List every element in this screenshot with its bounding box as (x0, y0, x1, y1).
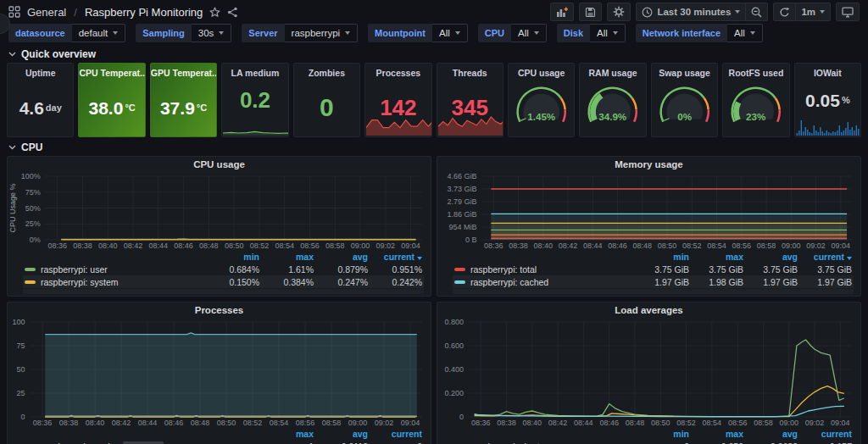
gear-icon (613, 6, 625, 18)
panel-title[interactable]: Threads (437, 68, 503, 78)
panel-title[interactable]: IOWait (795, 68, 860, 78)
add-panel-button[interactable] (550, 3, 574, 21)
svg-text:08:42: 08:42 (112, 419, 131, 427)
dashboard-settings-button[interactable] (607, 3, 631, 21)
svg-text:08:44: 08:44 (149, 241, 169, 250)
variable-value-dropdown[interactable]: raspberrypi (285, 24, 359, 42)
svg-text:08:36: 08:36 (471, 419, 491, 427)
legend-sort-min[interactable]: min (637, 251, 691, 263)
legend-sort-max[interactable]: max (261, 251, 315, 263)
legend-sort-current[interactable]: current (370, 428, 424, 440)
share-icon[interactable] (227, 7, 238, 18)
variable-value-dropdown[interactable]: All (511, 24, 547, 42)
variable-value-dropdown[interactable]: All (727, 24, 763, 42)
legend-sort-avg[interactable]: avg (745, 428, 799, 440)
panel-title[interactable]: Zombies (294, 68, 359, 78)
panel-title[interactable]: Processes (8, 302, 431, 316)
refresh-button[interactable] (773, 3, 796, 21)
panel-title[interactable]: CPU Temperat... (79, 68, 144, 78)
variable-value-dropdown[interactable]: 30s (192, 24, 232, 42)
gauge: 34.9% (580, 83, 645, 132)
star-icon[interactable] (209, 7, 220, 18)
legend-sort-current[interactable]: current (799, 428, 854, 440)
legend-sort-max[interactable]: max (261, 428, 315, 440)
legend-series-label[interactable]: raspberrypi: system (23, 275, 207, 288)
svg-text:08:50: 08:50 (225, 241, 244, 250)
series-color-dash[interactable] (454, 280, 465, 284)
zoom-out-time-button[interactable] (746, 3, 768, 21)
panel-title[interactable]: LA medium (222, 68, 287, 78)
series-color-dash[interactable] (25, 280, 36, 284)
legend-value: 1.97 GiB (799, 275, 854, 288)
series-color-dash[interactable] (454, 268, 465, 271)
legend-row-clipped (453, 289, 854, 294)
sparkline (796, 117, 860, 136)
legend-sort-current[interactable]: current (370, 251, 424, 263)
cpu-usage-plot[interactable]: 0%25%50%75%100%08:3608:3808:4008:4208:44… (8, 170, 431, 251)
panel-title[interactable]: CPU usage (509, 68, 574, 78)
svg-text:08:56: 08:56 (728, 419, 748, 427)
section-header-cpu[interactable]: CPU (0, 141, 868, 156)
stat-panel-swap-usage: Swap usage0% (651, 63, 718, 137)
panel-title[interactable]: Swap usage (652, 68, 717, 78)
clock-icon (642, 7, 653, 18)
legend-sort-min[interactable]: min (637, 428, 691, 440)
svg-text:08:38: 08:38 (59, 419, 79, 427)
panel-title[interactable]: Processes (365, 68, 431, 78)
panel-title[interactable]: CPU usage (8, 157, 431, 170)
svg-text:08:46: 08:46 (174, 241, 193, 250)
legend-sort-current[interactable]: current (799, 251, 854, 263)
panel-title[interactable]: Memory usage (437, 157, 860, 170)
panel-title[interactable]: RootFS used (723, 68, 788, 78)
svg-text:08:52: 08:52 (676, 419, 696, 427)
refresh-interval-picker[interactable]: 1m (796, 3, 831, 21)
stat-unit: °C (197, 103, 207, 113)
chevron-down-icon (750, 31, 755, 35)
legend-sort-min[interactable]: min (207, 251, 261, 263)
legend-series-label[interactable]: raspberrypi: cached (453, 275, 637, 288)
panel-load-averages: Load averages 00.2000.4000.6000.80008:36… (437, 302, 861, 444)
legend-sort-avg[interactable]: avg (745, 251, 799, 263)
legend-value: 0.247% (315, 275, 370, 288)
variable-label: Disk (557, 24, 590, 42)
load-averages-plot[interactable]: 00.2000.4000.6000.80008:3608:3808:4008:4… (437, 316, 860, 428)
stat-value-area: 0 (294, 79, 359, 136)
legend-sort-avg[interactable]: avg (315, 251, 370, 263)
dashboards-grid-icon[interactable] (8, 6, 20, 18)
svg-text:09:04: 09:04 (832, 241, 851, 250)
series-color-dash[interactable] (25, 268, 36, 271)
svg-text:08:58: 08:58 (754, 419, 773, 427)
panel-title[interactable]: GPU Temperat... (151, 68, 216, 78)
legend-sort-avg[interactable]: avg (315, 428, 370, 440)
save-dashboard-button[interactable] (579, 3, 602, 21)
processes-plot[interactable]: 025507510008:3608:3808:4008:4208:4408:46… (8, 316, 431, 428)
svg-text:08:52: 08:52 (682, 241, 702, 250)
legend-value: 0.242% (370, 275, 424, 288)
panel-title[interactable]: Uptime (8, 68, 73, 78)
variable-value-dropdown[interactable]: default (72, 24, 126, 42)
panel-title[interactable]: Load averages (437, 302, 860, 316)
legend-series-label[interactable]: raspberrypi: user (23, 263, 207, 275)
kiosk-mode-button[interactable] (836, 3, 860, 21)
chevron-down-icon (613, 31, 618, 35)
legend-sort-max[interactable]: max (691, 428, 745, 440)
variable-value-dropdown[interactable]: All (432, 24, 468, 42)
panel-processes: Processes 025507510008:3608:3808:4008:42… (7, 302, 431, 444)
legend-series-label[interactable]: raspberrypi: total (453, 263, 637, 275)
stat-value: 4.6 (19, 99, 44, 117)
svg-text:08:46: 08:46 (599, 419, 619, 427)
legend-sort-max[interactable]: max (691, 251, 745, 263)
section-header-quick-overview[interactable]: Quick overview (0, 47, 868, 63)
svg-text:09:04: 09:04 (401, 419, 420, 427)
svg-text:08:44: 08:44 (574, 419, 593, 427)
legend-row-clipped (23, 289, 424, 294)
svg-text:08:44: 08:44 (138, 419, 158, 427)
legend-series-label[interactable]: raspberrypi: short (453, 440, 637, 444)
breadcrumb-dashboard-title[interactable]: Raspberry Pi Monitoring (85, 6, 203, 19)
panel-title[interactable]: RAM usage (580, 68, 645, 78)
variable-value-dropdown[interactable]: All (590, 24, 626, 42)
stat-value: 0 (320, 95, 334, 120)
breadcrumb-section[interactable]: General (27, 6, 66, 19)
memory-usage-plot[interactable]: 0 B954 MiB1.86 GiB2.79 GiB3.73 GiB4.66 G… (437, 170, 860, 251)
time-range-picker[interactable]: Last 30 minutes (636, 3, 746, 21)
